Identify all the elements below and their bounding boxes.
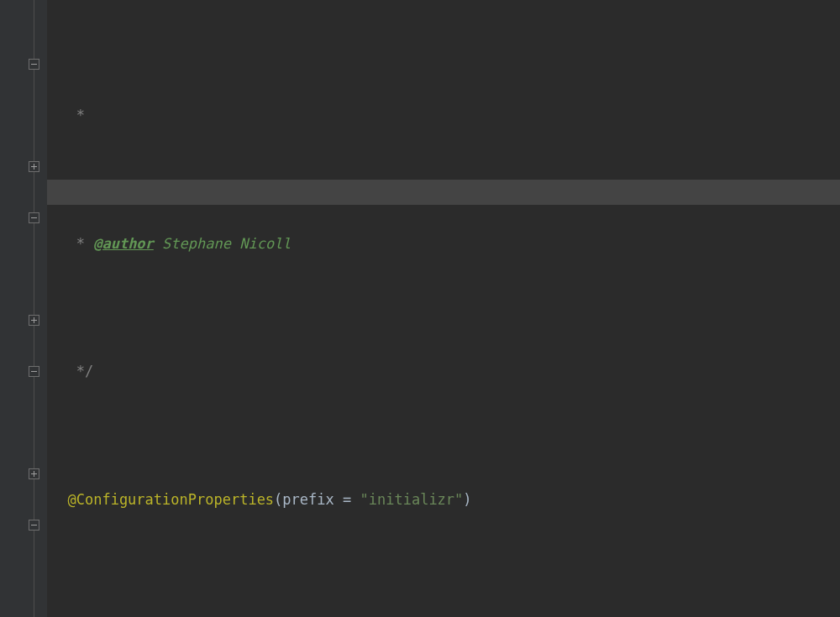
string-literal: "initializr" [360, 491, 464, 508]
fold-collapse-icon[interactable] [29, 366, 39, 377]
fold-expand-icon[interactable] [29, 315, 39, 326]
fold-collapse-icon[interactable] [29, 59, 39, 70]
fold-collapse-icon[interactable] [29, 212, 39, 223]
annotation: @ConfigurationProperties [50, 491, 274, 508]
javadoc-tag-author: @author [93, 235, 154, 252]
gutter [0, 0, 47, 617]
code-line[interactable]: * [47, 102, 840, 128]
code-line[interactable]: @ConfigurationProperties(prefix = "initi… [47, 487, 840, 513]
equals: = [343, 491, 360, 508]
fold-expand-icon[interactable] [29, 468, 39, 479]
javadoc-text: Stephane Nicoll [154, 235, 291, 252]
paren-open: ( [274, 491, 282, 508]
code-area[interactable]: * * @author Stephane Nicoll */ @Configur… [47, 0, 840, 617]
paren-close: ) [463, 491, 471, 508]
javadoc-end: */ [50, 363, 93, 379]
javadoc-star: * [50, 235, 93, 252]
code-editor[interactable]: * * @author Stephane Nicoll */ @Configur… [0, 0, 840, 617]
code-line[interactable]: */ [47, 358, 840, 384]
fold-collapse-icon[interactable] [29, 520, 39, 531]
annotation-key: prefix [282, 491, 343, 508]
javadoc-star: * [50, 107, 85, 123]
code-line[interactable]: * @author Stephane Nicoll [47, 231, 840, 257]
fold-expand-icon[interactable] [29, 161, 39, 172]
